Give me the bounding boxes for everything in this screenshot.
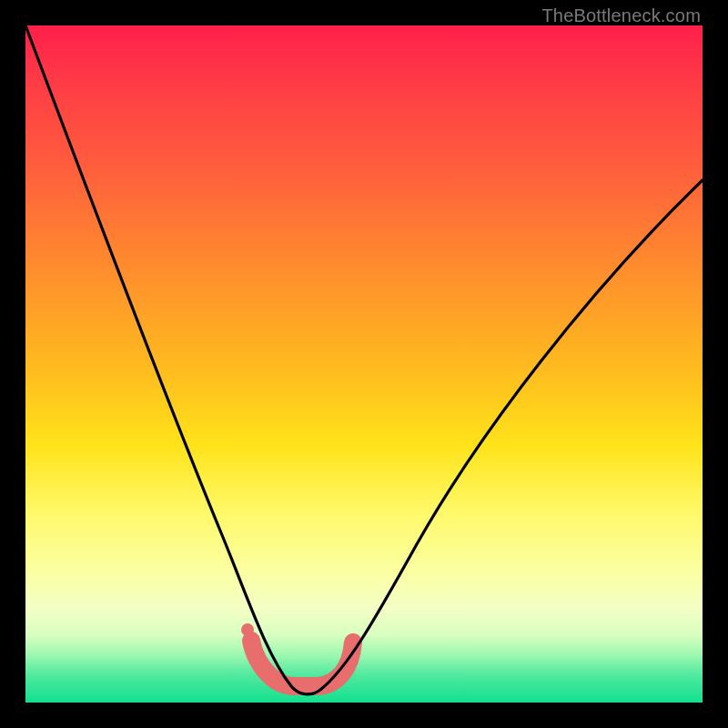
svg-point-0 (241, 623, 254, 636)
bottleneck-curve (25, 25, 703, 694)
chart-frame: TheBottleneck.com (0, 0, 728, 728)
curve-svg (25, 25, 703, 703)
watermark-text: TheBottleneck.com (541, 5, 701, 26)
flat-bottom-highlight (241, 623, 353, 686)
plot-area (25, 25, 703, 703)
